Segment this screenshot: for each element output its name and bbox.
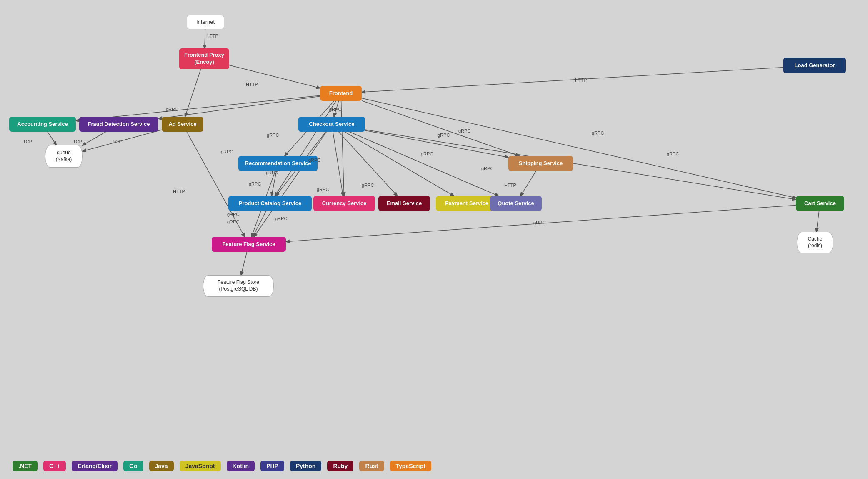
legend-item-typescript[interactable]: TypeScript [390,461,431,471]
node-load_generator[interactable]: Load Generator [783,58,846,73]
edge-label-internet-frontend_proxy: HTTP [206,33,218,38]
svg-line-9 [275,101,336,196]
node-feature_flag_store[interactable]: Feature Flag Store(PostgreSQL DB) [203,275,274,297]
svg-line-1 [229,65,320,88]
node-frontend[interactable]: Frontend [320,86,362,101]
svg-line-29 [349,132,498,196]
svg-line-17 [365,130,508,157]
svg-line-16 [365,130,796,200]
node-ad[interactable]: Ad Service [162,117,203,132]
legend-item-c[interactable]: C++ [43,461,66,471]
node-payment[interactable]: Payment Service [436,196,498,211]
node-shipping[interactable]: Shipping Service [508,156,573,171]
svg-line-7 [362,98,796,198]
edge-label-cart-feature_flag: gRPC [533,220,545,225]
edge-label-accounting-queue: TCP [23,139,32,144]
legend-item-rust[interactable]: Rust [359,461,384,471]
legend-item-kotlin[interactable]: Kotlin [227,461,255,471]
svg-line-2 [362,67,783,92]
legend-item-net[interactable]: .NET [13,461,38,471]
svg-line-13 [338,132,397,196]
edge-label-frontend-product_catalog: gRPC [221,149,233,154]
diagram-area: InternetFrontend Proxy(Envoy)Load Genera… [0,3,868,445]
legend-item-python[interactable]: Python [290,461,321,471]
edge-label-frontend_proxy-ad: gRPC [166,107,178,112]
edge-label-frontend-shipping: gRPC [458,128,470,133]
node-queue[interactable]: queue(Kafka) [45,145,83,168]
edge-label-checkout-cart: gRPC [667,151,679,156]
node-product_catalog[interactable]: Product Catalog Service [228,196,312,211]
legend-item-php[interactable]: PHP [260,461,284,471]
edge-label-checkout-email: gRPC [362,183,374,188]
svg-line-23 [253,211,266,237]
edge-label-ad-queue: TCP [113,139,122,144]
node-cart[interactable]: Cart Service [796,196,844,211]
edge-label-product_catalog-feature_flag: gRPC [227,219,239,224]
legend-item-ruby[interactable]: Ruby [327,461,353,471]
svg-line-26 [241,252,247,275]
node-accounting[interactable]: Accounting Service [9,117,76,132]
svg-line-15 [333,132,343,196]
edge-label-checkout-shipping: gRPC [438,133,450,138]
legend: .NETC++Erlang/ElixirGoJavaJavaScriptKotl… [13,461,431,471]
edge-label-frontend_proxy-frontend: HTTP [246,82,258,87]
edge-label-fraud-queue: TCP [73,139,82,144]
node-currency[interactable]: Currency Service [313,196,375,211]
svg-line-24 [520,171,536,196]
edge-label-checkout-quote: gRPC [481,166,493,171]
edge-label-ad-feature_flag: HTTP [173,189,185,194]
edge-label-frontend-checkout: gRPC [329,107,341,112]
svg-line-0 [205,29,205,48]
legend-item-javascript[interactable]: JavaScript [180,461,221,471]
node-quote[interactable]: Quote Service [490,196,542,211]
node-email[interactable]: Email Service [378,196,430,211]
edge-label-checkout-payment: gRPC [421,151,433,156]
svg-line-6 [341,101,344,196]
edge-label-shipping-quote: HTTP [504,183,516,188]
edge-label-frontend-currency: gRPC [317,187,329,192]
node-fraud[interactable]: Fraud Detection Service [79,117,158,132]
svg-line-20 [187,132,245,237]
edge-label-checkout-feature_flag: gRPC [275,216,287,221]
node-internet[interactable]: Internet [187,15,224,29]
node-recommendation[interactable]: Recommendation Service [238,156,318,171]
svg-line-19 [254,132,326,237]
svg-line-8 [362,101,519,156]
svg-line-3 [185,69,201,117]
edge-label-load_generator-frontend: HTTP [575,78,587,83]
arrows-svg [0,3,868,445]
svg-line-27 [158,96,320,119]
node-frontend_proxy[interactable]: Frontend Proxy(Envoy) [179,48,229,69]
legend-item-java[interactable]: Java [149,461,174,471]
legend-item-erlangelixir[interactable]: Erlang/Elixir [72,461,118,471]
edge-label-frontend-cart: gRPC [592,130,604,135]
svg-line-10 [48,132,56,145]
node-feature_flag[interactable]: Feature Flag Service [212,237,286,252]
edge-label-recommendation-product_catalog: gRPC [249,181,261,186]
diagram-title [0,0,868,3]
legend-item-go[interactable]: Go [123,461,143,471]
svg-line-12 [83,130,162,151]
svg-line-11 [83,132,106,145]
svg-line-21 [272,171,277,196]
node-cache[interactable]: Cache(redis) [797,232,833,253]
edge-label-recommendation-feature_flag: gRPC [227,212,239,217]
svg-line-14 [345,132,454,196]
svg-line-25 [816,211,819,232]
edge-label-frontend-recommendation: gRPC [267,133,279,138]
node-checkout[interactable]: Checkout Service [298,117,365,132]
svg-line-4 [334,101,338,117]
